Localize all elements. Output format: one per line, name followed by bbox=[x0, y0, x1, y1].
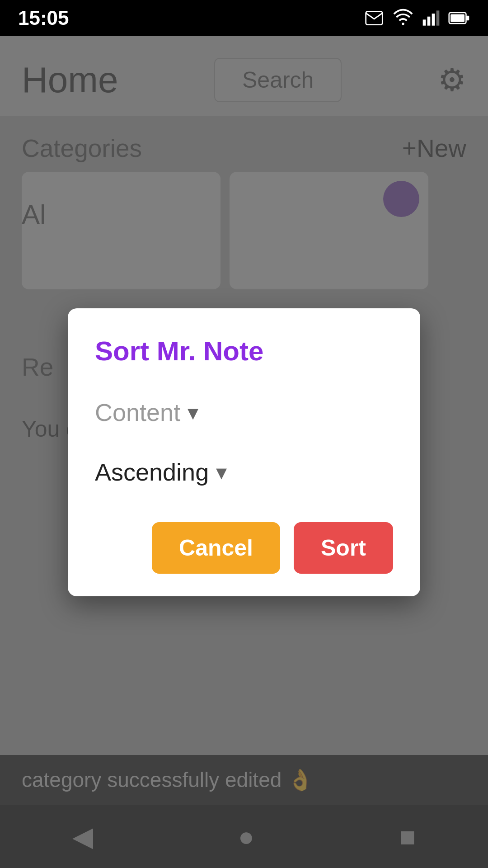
svg-point-1 bbox=[402, 23, 404, 25]
svg-rect-2 bbox=[423, 19, 426, 25]
svg-rect-0 bbox=[366, 11, 383, 24]
sort-by-dropdown[interactable]: Content ▾ bbox=[95, 389, 393, 435]
svg-rect-4 bbox=[432, 14, 435, 26]
status-bar: 15:05 bbox=[0, 0, 488, 36]
sort-order-chevron-icon: ▾ bbox=[216, 459, 227, 485]
dialog-title: Sort Mr. Note bbox=[95, 335, 393, 367]
gmail-icon bbox=[364, 8, 384, 28]
sort-order-label: Ascending bbox=[95, 458, 209, 486]
sort-by-chevron-icon: ▾ bbox=[188, 400, 198, 425]
sort-button[interactable]: Sort bbox=[294, 522, 393, 574]
signal-icon bbox=[422, 8, 440, 28]
dialog-overlay: Sort Mr. Note Content ▾ Ascending ▾ Canc… bbox=[0, 36, 488, 868]
sort-dialog: Sort Mr. Note Content ▾ Ascending ▾ Canc… bbox=[68, 308, 420, 596]
status-icons bbox=[364, 8, 470, 28]
svg-rect-8 bbox=[450, 14, 465, 22]
cancel-button[interactable]: Cancel bbox=[152, 522, 280, 574]
wifi-icon bbox=[392, 8, 414, 28]
sort-by-label: Content bbox=[95, 398, 180, 426]
sort-order-dropdown[interactable]: Ascending ▾ bbox=[95, 449, 393, 495]
svg-rect-5 bbox=[436, 10, 440, 25]
battery-icon bbox=[448, 8, 470, 28]
dialog-buttons: Cancel Sort bbox=[95, 522, 393, 574]
svg-rect-3 bbox=[427, 17, 431, 26]
status-time: 15:05 bbox=[18, 7, 69, 29]
svg-rect-7 bbox=[466, 16, 469, 20]
